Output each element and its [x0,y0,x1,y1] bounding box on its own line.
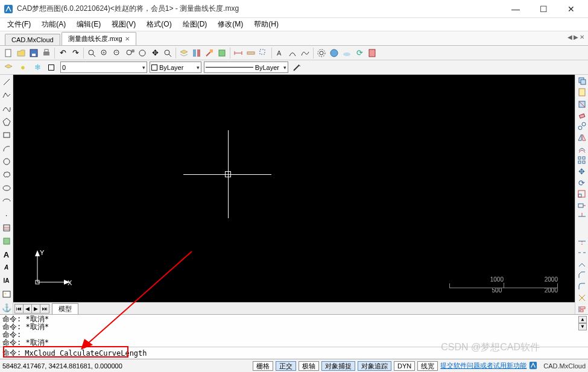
block-icon[interactable] [216,47,228,59]
explode-icon[interactable] [576,293,588,303]
anchor-icon[interactable]: ⚓ [1,301,13,314]
arc-icon[interactable] [1,142,13,154]
web-icon[interactable] [328,47,340,59]
measure-icon[interactable] [245,47,257,59]
nav-prev-icon[interactable]: ◀ [24,304,32,313]
status-osnap[interactable]: 对象捕捉 [321,361,355,371]
move-icon[interactable]: ✥ [576,166,588,177]
zoom-prev-icon[interactable] [162,47,174,59]
menu-help[interactable]: 帮助(H) [250,18,282,31]
layer-lightbulb-icon[interactable]: ● [17,61,29,74]
spline-icon[interactable] [1,102,13,115]
menu-format[interactable]: 格式(O) [143,18,175,31]
erase-icon[interactable] [576,110,588,120]
refresh-icon[interactable]: ⟳ [353,47,365,59]
lineweight-icon[interactable] [291,61,303,74]
status-otrack[interactable]: 对象追踪 [358,361,391,371]
print-icon[interactable] [40,47,52,59]
settings-icon[interactable] [315,47,327,59]
nav-last-icon[interactable]: ⏭ [40,304,49,313]
minimize-button[interactable]: — [502,1,529,17]
properties-icon[interactable] [191,47,203,59]
rotate-icon[interactable]: ⟳ [576,178,588,188]
trim-icon[interactable] [576,212,588,222]
quickselect-icon[interactable] [258,47,270,59]
status-ortho[interactable]: 正交 [276,361,296,371]
menu-edit[interactable]: 编辑(E) [73,18,104,31]
coords-readout[interactable]: 58482.417467, 34214.881681, 0.000000 [2,362,171,370]
zoom-window-icon[interactable] [86,47,98,59]
stretch-icon[interactable] [576,200,588,210]
layer-icon[interactable] [178,47,190,59]
fillet-icon[interactable] [576,282,588,292]
scroll-up-icon[interactable]: ▲ [578,316,587,323]
close-button[interactable]: ✕ [558,1,584,17]
command-input[interactable] [25,349,586,358]
offset-icon[interactable] [576,144,588,154]
break-icon[interactable] [576,248,588,258]
zoom-out-icon[interactable]: − [111,47,123,59]
copy-icon[interactable] [576,121,588,131]
save-icon[interactable] [28,47,40,59]
spline-icon[interactable] [299,47,311,59]
nav-next-icon[interactable]: ▶ [32,304,40,313]
menu-function[interactable]: 功能(A) [38,18,69,31]
image-icon[interactable] [1,288,13,300]
align-icon[interactable] [576,304,588,314]
text-multi-icon[interactable]: A [1,262,13,274]
status-lwt[interactable]: 线宽 [417,361,438,371]
polyline-icon[interactable] [1,89,13,101]
color-combo[interactable]: ByLayer [150,61,201,73]
menu-view[interactable]: 视图(V) [108,18,139,31]
menu-draw[interactable]: 绘图(D) [179,18,211,31]
ellipse-icon[interactable] [1,182,13,194]
polygon-icon[interactable] [1,116,13,128]
doc-tab[interactable]: CAD.MxCloud [5,34,60,45]
close-tab-icon[interactable]: ✕ [125,36,130,42]
scroll-down-icon[interactable]: ▼ [578,323,587,330]
undo-icon[interactable]: ↶ [57,47,69,59]
join-icon[interactable] [576,259,588,269]
copyclip-icon[interactable] [576,76,588,86]
redo-icon[interactable]: ↷ [69,47,81,59]
matchprop-icon[interactable] [203,47,215,59]
pan-icon[interactable]: ✥ [149,47,161,59]
cloud-icon[interactable] [341,47,353,59]
status-grid[interactable]: 栅格 [253,361,273,371]
nav-first-icon[interactable]: ⏮ [15,304,24,313]
linetype-combo[interactable]: ByLayer [204,61,288,73]
command-history[interactable]: 命令: *取消* 命令: *取消* 命令: 命令: *取消* 命令: *取消* … [0,314,588,347]
model-tab[interactable]: 模型 [52,303,78,314]
layout-nav[interactable]: ⏮ ◀ ▶ ⏭ [14,304,49,314]
hatch-icon[interactable] [1,222,13,234]
tab-next-icon[interactable]: ▶ [574,34,578,40]
open-icon[interactable] [15,47,27,59]
chamfer-icon[interactable] [576,270,588,280]
line-icon[interactable] [1,76,13,88]
status-polar[interactable]: 极轴 [299,361,319,371]
mirror-icon[interactable] [576,133,588,143]
arc-tool-icon[interactable] [286,47,299,59]
tab-close-icon[interactable]: ✕ [580,34,584,40]
layer-freeze-icon[interactable]: ❄ [31,61,43,74]
drawing-canvas[interactable]: Y X 10002000 5002000 [13,75,575,302]
cutclip-icon[interactable] [576,99,588,109]
circle-icon[interactable] [1,156,13,168]
scale-icon[interactable] [576,189,588,200]
zoom-all-icon[interactable] [136,47,148,59]
zoom-extents-icon[interactable] [124,47,136,59]
new-icon[interactable] [2,47,14,59]
point-icon[interactable]: · [1,209,13,221]
attribute-icon[interactable]: IA [1,275,13,287]
menu-file[interactable]: 文件(F) [4,18,34,31]
ellipse-arc-icon[interactable] [1,195,13,207]
array-icon[interactable] [576,155,588,165]
help-icon[interactable] [366,47,378,59]
doc-tab[interactable]: 测量曲线长度.mxg ✕ [62,32,136,45]
layer-color-icon[interactable] [46,61,58,74]
layer-states-icon[interactable] [2,61,14,74]
rectangle-icon[interactable] [1,129,13,141]
zoom-in-icon[interactable]: + [98,47,110,59]
status-dyn[interactable]: DYN [394,361,415,371]
layer-combo[interactable]: 0 [60,61,147,73]
